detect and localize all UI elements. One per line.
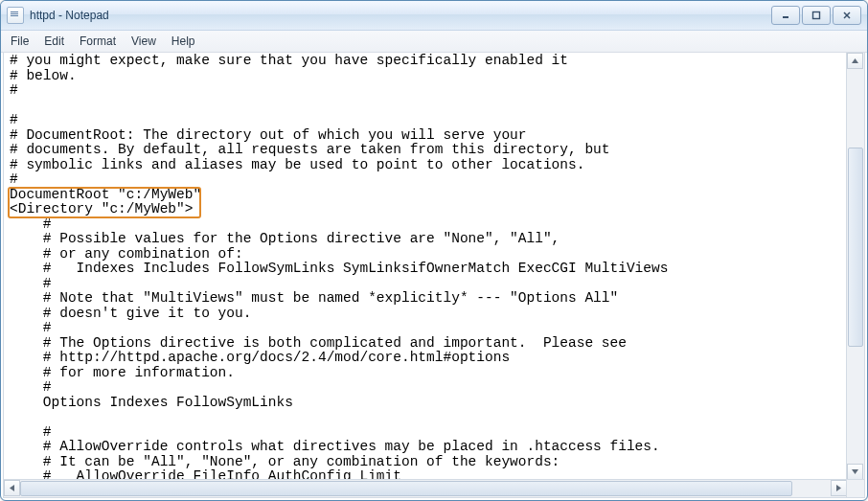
notepad-icon bbox=[7, 7, 24, 24]
minimize-icon bbox=[781, 11, 790, 20]
menu-help[interactable]: Help bbox=[164, 31, 203, 52]
minimize-button[interactable] bbox=[771, 6, 800, 25]
chevron-up-icon bbox=[852, 58, 858, 63]
window-title: httpd - Notepad bbox=[30, 9, 771, 22]
vertical-scroll-track[interactable] bbox=[847, 69, 864, 464]
horizontal-scroll-track[interactable] bbox=[20, 480, 831, 497]
menubar: File Edit Format View Help bbox=[1, 31, 867, 53]
scroll-up-button[interactable] bbox=[847, 53, 863, 69]
menu-file[interactable]: File bbox=[3, 31, 36, 52]
maximize-button[interactable] bbox=[802, 6, 831, 25]
window-controls bbox=[771, 6, 861, 25]
vertical-scrollbar[interactable] bbox=[846, 53, 864, 480]
maximize-icon bbox=[811, 11, 821, 20]
client-area: # you might expect, make sure that you h… bbox=[3, 53, 865, 498]
menu-view[interactable]: View bbox=[124, 31, 164, 52]
scroll-down-button[interactable] bbox=[847, 464, 863, 480]
notepad-window: httpd - Notepad File Edit Format View He… bbox=[0, 0, 868, 501]
svg-marker-6 bbox=[10, 485, 14, 491]
vertical-scroll-thumb[interactable] bbox=[848, 148, 863, 347]
menu-edit[interactable]: Edit bbox=[36, 31, 72, 52]
svg-rect-1 bbox=[813, 12, 820, 19]
scrollbar-corner bbox=[846, 479, 864, 497]
text-viewport: # you might expect, make sure that you h… bbox=[4, 53, 847, 480]
close-icon bbox=[842, 11, 852, 20]
svg-marker-7 bbox=[836, 485, 841, 491]
close-button[interactable] bbox=[833, 6, 861, 25]
chevron-right-icon bbox=[836, 485, 841, 491]
scroll-right-button[interactable] bbox=[831, 480, 847, 496]
horizontal-scrollbar[interactable] bbox=[4, 479, 847, 497]
chevron-left-icon bbox=[10, 485, 14, 491]
titlebar[interactable]: httpd - Notepad bbox=[1, 1, 867, 31]
chevron-down-icon bbox=[852, 469, 858, 474]
text-editor[interactable]: # you might expect, make sure that you h… bbox=[4, 53, 847, 480]
scroll-left-button[interactable] bbox=[4, 480, 20, 496]
svg-marker-4 bbox=[852, 58, 858, 63]
svg-marker-5 bbox=[852, 469, 858, 474]
menu-format[interactable]: Format bbox=[72, 31, 124, 52]
horizontal-scroll-thumb[interactable] bbox=[20, 481, 792, 496]
